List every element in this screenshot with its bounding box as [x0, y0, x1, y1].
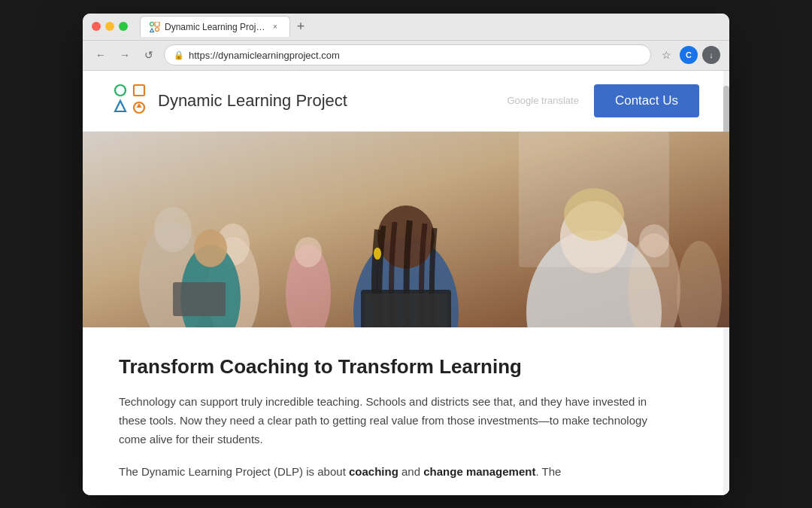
- para2-suffix: . The: [535, 465, 561, 478]
- site-logo: Dynamic Learning Project: [113, 83, 347, 119]
- contact-us-button[interactable]: Contact Us: [594, 84, 699, 117]
- content-title: Transform Coaching to Transform Learning: [119, 354, 693, 380]
- maximize-button[interactable]: [119, 22, 128, 31]
- browser-window: Dynamic Learning Project × + ← → ↺ 🔒 htt…: [83, 14, 729, 495]
- svg-point-3: [156, 27, 159, 31]
- title-bar: Dynamic Learning Project × +: [83, 14, 729, 41]
- svg-point-11: [154, 207, 192, 252]
- svg-point-4: [115, 85, 126, 96]
- bookmark-button[interactable]: ☆: [657, 46, 675, 64]
- svg-point-15: [194, 230, 227, 267]
- profile-button[interactable]: C: [680, 46, 698, 64]
- lock-icon: 🔒: [174, 50, 184, 60]
- svg-point-22: [374, 248, 381, 260]
- site-nav: Google translate Contact Us: [508, 84, 700, 117]
- svg-marker-2: [150, 29, 154, 32]
- minimize-button[interactable]: [105, 22, 114, 31]
- svg-marker-8: [137, 103, 142, 108]
- svg-point-1: [150, 22, 154, 26]
- hero-scene: [83, 132, 729, 327]
- google-translate[interactable]: Google translate: [508, 95, 579, 106]
- svg-marker-6: [115, 101, 126, 111]
- traffic-lights: [92, 22, 128, 31]
- hero-image: [83, 132, 729, 327]
- address-bar: ← → ↺ 🔒 https://dynamiclearningproject.c…: [83, 41, 729, 71]
- logo-icon: [113, 83, 149, 119]
- svg-rect-29: [519, 132, 669, 267]
- forward-button[interactable]: →: [116, 46, 134, 64]
- reload-button[interactable]: ↺: [140, 46, 158, 64]
- content-paragraph-2: The Dynamic Learning Project (DLP) is ab…: [119, 463, 660, 482]
- svg-point-31: [295, 237, 322, 267]
- content-section: Transform Coaching to Transform Learning…: [83, 327, 729, 495]
- address-actions: ☆ C ↓: [657, 46, 720, 64]
- svg-rect-16: [173, 282, 226, 316]
- new-tab-button[interactable]: +: [290, 16, 311, 37]
- site-title: Dynamic Learning Project: [158, 91, 347, 111]
- tab-title: Dynamic Learning Project: [165, 22, 265, 32]
- active-tab[interactable]: Dynamic Learning Project ×: [140, 16, 290, 37]
- site-header: Dynamic Learning Project Google translat…: [83, 71, 729, 132]
- tab-favicon: [150, 22, 160, 32]
- url-bar[interactable]: 🔒 https://dynamiclearningproject.com: [164, 44, 651, 65]
- svg-rect-0: [155, 22, 159, 26]
- download-button[interactable]: ↓: [702, 46, 720, 64]
- para2-mid: and: [398, 465, 423, 478]
- back-button[interactable]: ←: [92, 46, 110, 64]
- tab-close-button[interactable]: ×: [270, 22, 280, 32]
- tab-bar: Dynamic Learning Project × +: [140, 16, 720, 37]
- svg-rect-5: [134, 85, 144, 96]
- para2-prefix: The Dynamic Learning Project (DLP) is ab…: [119, 465, 349, 478]
- para2-bold2: change management: [423, 465, 535, 478]
- webpage: Dynamic Learning Project Google translat…: [83, 71, 729, 495]
- content-paragraph-1: Technology can support truly incredible …: [119, 393, 660, 449]
- svg-rect-20: [365, 294, 447, 327]
- close-button[interactable]: [92, 22, 101, 31]
- para2-bold1: coaching: [349, 465, 398, 478]
- url-text: https://dynamiclearningproject.com: [189, 50, 340, 61]
